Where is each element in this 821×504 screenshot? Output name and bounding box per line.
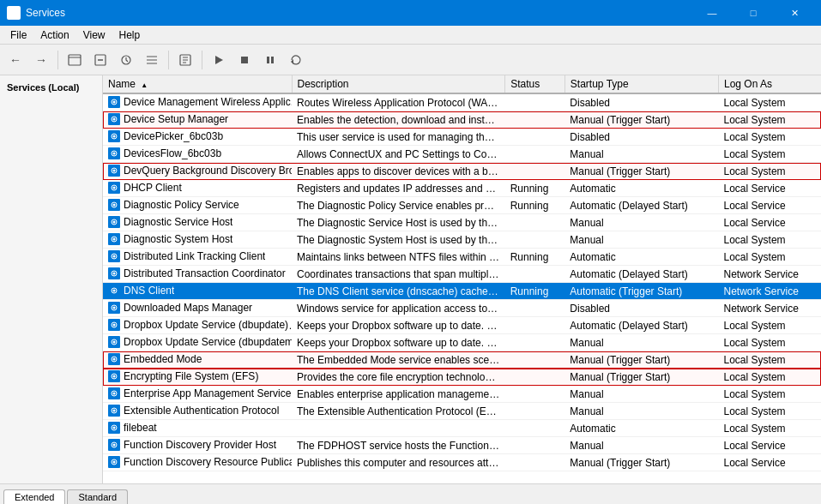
service-name-text: Dropbox Update Service (dbupdate): [124, 319, 288, 331]
service-name: DevQuery Background Discovery Bro...: [103, 163, 292, 180]
table-row[interactable]: DevicesFlow_6bc03b Allows ConnectUX and …: [103, 146, 821, 163]
table-row[interactable]: Distributed Link Tracking Client Maintai…: [103, 249, 821, 266]
service-name: DHCP Client: [103, 180, 292, 197]
service-name-text: Distributed Transaction Coordinator: [124, 267, 286, 279]
table-row[interactable]: Diagnostic System Host The Diagnostic Sy…: [103, 231, 821, 249]
svg-point-39: [113, 290, 116, 292]
svg-point-57: [113, 444, 116, 447]
close-button[interactable]: ✕: [775, 0, 814, 26]
table-row[interactable]: Device Management Wireless Applic... Rou…: [103, 93, 821, 111]
main-content: Services (Local) Name ▲ Description Stat…: [0, 75, 821, 483]
table-row[interactable]: DHCP Client Registers and updates IP add…: [103, 180, 821, 197]
service-icon: [108, 267, 120, 279]
service-logon: Local System: [719, 351, 821, 369]
left-panel: Services (Local): [0, 75, 103, 483]
forward-button[interactable]: →: [29, 48, 53, 72]
table-row[interactable]: Dropbox Update Service (dbupdatem) Keeps…: [103, 334, 821, 351]
service-name-cell: Diagnostic Policy Service: [108, 199, 239, 211]
svg-point-23: [113, 153, 116, 155]
table-row[interactable]: Function Discovery Resource Publica... P…: [103, 454, 821, 471]
service-name-cell: Function Discovery Provider Host: [108, 439, 276, 451]
table-row[interactable]: Encrypting File System (EFS) Provides th…: [103, 369, 821, 386]
table-row[interactable]: DevQuery Background Discovery Bro... Ena…: [103, 163, 821, 180]
col-header-status[interactable]: Status: [505, 75, 565, 93]
service-startup: Manual: [564, 231, 718, 249]
service-logon: Local Service: [719, 214, 821, 231]
table-row[interactable]: Function Discovery Provider Host The FDP…: [103, 437, 821, 454]
menu-bar: File Action View Help: [0, 26, 821, 45]
svg-point-31: [113, 221, 116, 224]
service-name-text: Dropbox Update Service (dbupdatem): [124, 336, 292, 348]
start-button[interactable]: [207, 48, 231, 72]
col-header-desc[interactable]: Description: [292, 75, 505, 93]
toolbar-btn-4[interactable]: [140, 48, 164, 72]
service-desc: The Extensible Authentication Protocol (…: [292, 403, 505, 420]
minimize-button[interactable]: —: [692, 0, 732, 26]
service-name: DevicePicker_6bc03b: [103, 129, 292, 146]
service-name-cell: filebeat: [108, 422, 157, 434]
service-name-cell: Downloaded Maps Manager: [108, 302, 252, 314]
service-startup: Manual: [564, 334, 718, 351]
service-startup: Manual (Trigger Start): [564, 369, 718, 386]
service-name-cell: Dropbox Update Service (dbupdatem): [108, 336, 292, 348]
service-desc: The Diagnostic System Host is used by th…: [292, 231, 505, 249]
service-name-cell: Encrypting File System (EFS): [108, 370, 258, 382]
service-desc: Registers and updates IP addresses and D…: [292, 180, 505, 197]
menu-help[interactable]: Help: [112, 27, 148, 43]
table-row[interactable]: Embedded Mode The Embedded Mode service …: [103, 351, 821, 369]
service-logon: Local System: [719, 386, 821, 403]
toolbar-btn-2[interactable]: [88, 48, 112, 72]
service-desc: Enables the detection, download and inst…: [292, 111, 505, 129]
table-row[interactable]: Dropbox Update Service (dbupdate) Keeps …: [103, 317, 821, 334]
table-row[interactable]: Enterprise App Management Service Enable…: [103, 386, 821, 403]
tab-extended[interactable]: Extended: [3, 489, 65, 504]
service-status: [505, 146, 565, 163]
service-name: DNS Client: [103, 283, 292, 300]
service-logon: Local System: [719, 129, 821, 146]
svg-rect-14: [271, 57, 274, 63]
maximize-button[interactable]: □: [733, 0, 773, 26]
service-logon: Local System: [719, 403, 821, 420]
table-container[interactable]: Name ▲ Description Status Startup Type L…: [103, 75, 821, 483]
stop-button[interactable]: [232, 48, 257, 72]
table-row[interactable]: DevicePicker_6bc03b This user service is…: [103, 129, 821, 146]
col-header-name[interactable]: Name ▲: [103, 75, 292, 93]
table-row[interactable]: DNS Client The DNS Client service (dnsca…: [103, 283, 821, 300]
service-icon: [108, 336, 120, 348]
table-row[interactable]: Device Setup Manager Enables the detecti…: [103, 111, 821, 129]
col-header-startup[interactable]: Startup Type: [564, 75, 718, 93]
table-row[interactable]: filebeat Automatic Local System: [103, 420, 821, 437]
table-row[interactable]: Diagnostic Service Host The Diagnostic S…: [103, 214, 821, 231]
service-icon: [108, 387, 120, 399]
tab-standard[interactable]: Standard: [67, 489, 128, 504]
toolbar-separator-1: [57, 51, 58, 69]
toolbar-btn-1[interactable]: [63, 48, 87, 72]
col-header-logon[interactable]: Log On As: [719, 75, 821, 93]
service-status: [505, 369, 565, 386]
menu-file[interactable]: File: [3, 27, 33, 43]
table-row[interactable]: Diagnostic Policy Service The Diagnostic…: [103, 197, 821, 214]
service-logon: Local Service: [719, 180, 821, 197]
service-name-cell: Embedded Mode: [108, 353, 202, 365]
table-row[interactable]: Distributed Transaction Coordinator Coor…: [103, 266, 821, 283]
service-name: Downloaded Maps Manager: [103, 300, 292, 317]
service-desc: Maintains links between NTFS files withi…: [292, 249, 505, 266]
restart-button[interactable]: [284, 48, 308, 72]
toolbar-btn-3[interactable]: [114, 48, 138, 72]
table-row[interactable]: Downloaded Maps Manager Windows service …: [103, 300, 821, 317]
service-name-text: Diagnostic Service Host: [124, 216, 232, 228]
service-icon: [108, 370, 120, 382]
pause-button[interactable]: [258, 48, 282, 72]
service-desc: This user service is used for managing t…: [292, 129, 505, 146]
properties-button[interactable]: [173, 48, 197, 72]
services-table: Name ▲ Description Status Startup Type L…: [103, 75, 821, 471]
back-button[interactable]: ←: [3, 48, 27, 72]
service-name-cell: DevQuery Background Discovery Bro...: [108, 165, 292, 177]
service-icon: [108, 96, 120, 108]
service-name-cell: Dropbox Update Service (dbupdate): [108, 319, 288, 331]
svg-point-19: [113, 118, 116, 121]
menu-view[interactable]: View: [76, 27, 112, 43]
table-row[interactable]: Extensible Authentication Protocol The E…: [103, 403, 821, 420]
service-logon: Local Service: [719, 197, 821, 214]
menu-action[interactable]: Action: [33, 27, 75, 43]
